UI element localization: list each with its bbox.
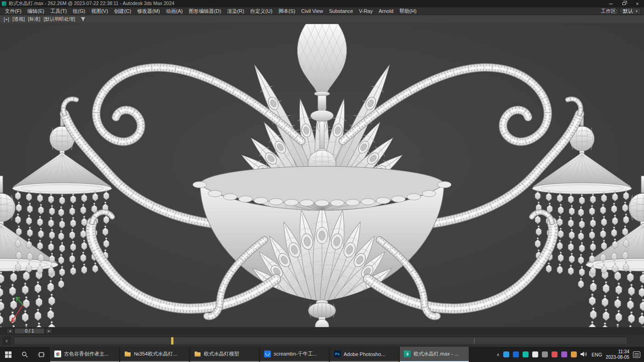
taskbar-app-label: 古色谷香创作者主...	[64, 351, 115, 357]
hidden-icons-chevron[interactable]: ∧	[496, 352, 500, 357]
search-icon	[22, 351, 28, 358]
menu-group[interactable]: 组(G)	[70, 7, 88, 15]
title-bar: 欧式水晶灯.max - 262.26M @ 2023-07-22 22:38:1…	[0, 0, 644, 7]
tray-icon-1[interactable]	[503, 351, 509, 357]
clock-time: 11:34	[618, 349, 629, 355]
taskbar-app-photoshop[interactable]: Ps Adobe Photosho...	[330, 347, 399, 362]
trackbar-toggle[interactable]: ∨	[3, 337, 11, 345]
menu-edit[interactable]: 编辑(E)	[24, 7, 47, 15]
viewport-pov-label[interactable]: [透视]	[12, 16, 26, 23]
menu-create[interactable]: 创建(C)	[111, 7, 134, 15]
menu-vray[interactable]: V-Ray	[356, 7, 376, 15]
tray-icon-7[interactable]	[561, 351, 567, 357]
3dsmax-app-icon	[2, 1, 6, 6]
restore-button[interactable]	[617, 0, 631, 7]
folder-icon	[124, 351, 131, 357]
viewport-3d[interactable]	[0, 24, 644, 327]
frame-counter[interactable]: 0 / 1	[14, 328, 45, 334]
taskbar-app-label: 欧式水晶灯.max - ...	[414, 351, 465, 357]
taskbar-app-folder-2[interactable]: 欧式水晶灯模型	[190, 347, 259, 362]
menu-tools[interactable]: 工具(T)	[47, 7, 70, 15]
viewport-menu-plus[interactable]: [+]	[3, 17, 10, 22]
task-view-icon	[38, 351, 45, 358]
notification-center-icon[interactable]	[633, 351, 640, 358]
3dsmax-window: 欧式水晶灯.max - 262.26M @ 2023-07-22 22:38:1…	[0, 0, 644, 362]
task-view-button[interactable]	[33, 347, 50, 362]
frame-tick	[474, 338, 475, 344]
close-button[interactable]: ×	[631, 0, 644, 7]
volume-button[interactable]	[581, 351, 588, 359]
3dsmax-icon: 3	[404, 351, 411, 357]
menu-file[interactable]: 文件(F)	[2, 7, 24, 15]
menu-views[interactable]: 视图(V)	[88, 7, 111, 15]
menu-bar: 文件(F) 编辑(E) 工具(T) 组(G) 视图(V) 创建(C) 修改器(M…	[0, 7, 644, 15]
track-bar: ∨	[0, 335, 644, 347]
window-controls: ×	[604, 0, 644, 7]
menu-animation[interactable]: 动画(A)	[163, 7, 186, 15]
previous-frame-button[interactable]: ◂	[6, 328, 13, 334]
tray-icon-6[interactable]	[552, 351, 558, 357]
viewport-standard-label[interactable]: [标准]	[27, 16, 41, 23]
chandelier-model	[0, 24, 644, 327]
clock-date: 2023-08-05	[606, 355, 629, 360]
taskbar-app-folder-1[interactable]: №354欧式水晶灯...	[120, 347, 189, 362]
workspace-label: 工作区:	[601, 8, 617, 15]
viewport-label-bar: [+] [透视] [标准] [默认明暗处理]	[0, 15, 644, 24]
tray-icon-5[interactable]	[542, 351, 548, 357]
menu-arnold[interactable]: Arnold	[376, 7, 397, 15]
taskbar-app-browser[interactable]: 古色谷香创作者主...	[50, 347, 119, 362]
filter-funnel-icon[interactable]	[80, 17, 86, 22]
tray-icon-3[interactable]	[523, 351, 529, 357]
menu-graph-editors[interactable]: 图形编辑器(D)	[186, 7, 224, 15]
folder-icon	[194, 351, 201, 357]
menu-rendering[interactable]: 渲染(R)	[224, 7, 247, 15]
start-button[interactable]	[0, 347, 17, 362]
language-indicator[interactable]: ENG	[592, 352, 602, 357]
minimize-button[interactable]	[604, 0, 617, 7]
system-tray: ∧ ENG 11:34 2023-08-05	[493, 347, 644, 362]
viewport-shading-label[interactable]: [默认明暗处理]	[43, 16, 76, 23]
photoshop-icon: Ps	[334, 351, 341, 357]
tray-icon-4[interactable]	[532, 351, 538, 357]
window-title: 欧式水晶灯.max - 262.26M @ 2023-07-22 22:38:1…	[9, 0, 174, 7]
taskbar-app-qianniu[interactable]: screambn-千牛工...	[260, 347, 329, 362]
menu-scripting[interactable]: 脚本(S)	[276, 7, 299, 15]
menu-help[interactable]: 帮助(H)	[397, 7, 420, 15]
menu-civil-view[interactable]: Civil View	[298, 7, 326, 15]
tray-icon-8[interactable]	[571, 351, 577, 357]
taskbar-app-label: Adobe Photosho...	[344, 351, 395, 357]
taskbar-app-label: 欧式水晶灯模型	[204, 351, 255, 357]
speaker-icon	[581, 351, 588, 357]
time-marker[interactable]	[171, 337, 173, 345]
workspace-select[interactable]: 默认 ▾	[620, 8, 641, 14]
windows-logo-icon	[5, 351, 12, 358]
restore-icon	[622, 2, 626, 5]
time-slider-bar: ◂ 0 / 1 ▸	[0, 327, 644, 335]
minimize-icon	[609, 4, 613, 4]
menu-substance[interactable]: Substance	[326, 7, 356, 15]
menu-modifiers[interactable]: 修改器(M)	[134, 7, 163, 15]
search-button[interactable]	[17, 347, 33, 362]
taskbar-app-label: screambn-千牛工...	[274, 351, 325, 357]
next-frame-button[interactable]: ▸	[46, 328, 52, 334]
taskbar-clock[interactable]: 11:34 2023-08-05	[606, 349, 629, 360]
qianniu-icon	[264, 351, 271, 357]
taskbar-app-label: №354欧式水晶灯...	[134, 351, 185, 357]
menu-customize[interactable]: 自定义(U)	[247, 7, 275, 15]
browser-page-icon	[54, 351, 61, 357]
track-strip[interactable]	[14, 337, 627, 345]
tray-icon-2[interactable]	[513, 351, 519, 357]
chevron-down-icon: ▾	[636, 9, 638, 13]
windows-taskbar: 古色谷香创作者主... №354欧式水晶灯... 欧式水晶灯模型 screamb…	[0, 347, 644, 362]
workspace-value: 默认	[623, 8, 633, 15]
taskbar-app-3dsmax[interactable]: 3 欧式水晶灯.max - ...	[400, 347, 469, 362]
